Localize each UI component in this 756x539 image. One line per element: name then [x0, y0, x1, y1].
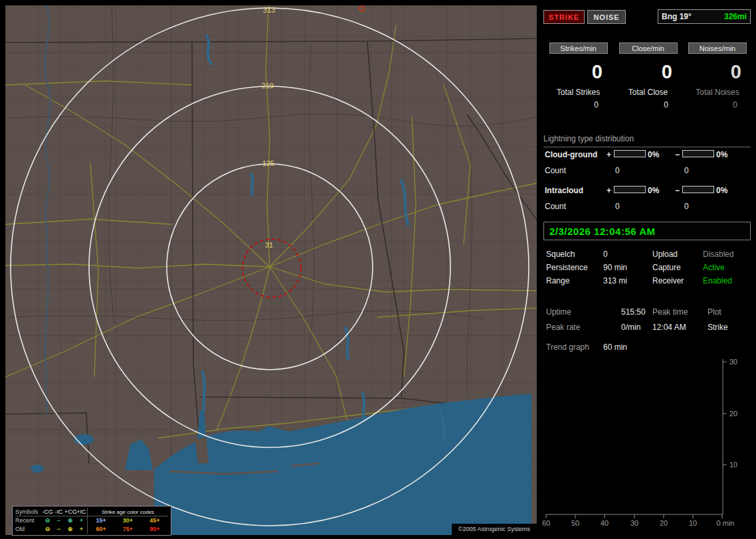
distribution-title: Lightning type distribution — [543, 134, 751, 147]
intracloud-label: Intracloud — [545, 186, 583, 195]
legend-col-neg-cg: -CG — [42, 508, 53, 516]
trend-graph-row: Trend graph 60 min — [543, 343, 751, 352]
ring-label-313: 313 — [263, 6, 275, 14]
plot-label: Plot — [708, 307, 721, 317]
squelch-value: 0 — [603, 250, 608, 259]
cg-plus-bar — [614, 150, 646, 157]
persistence-label: Persistence — [546, 263, 588, 272]
close-rate-value: 0 — [613, 57, 683, 88]
strikes-per-min-button[interactable]: Strikes/min — [549, 42, 608, 54]
trend-chart: 30 20 10 60 50 40 30 20 10 0 min — [543, 355, 751, 534]
status-row-persistence: Persistence 90 min Capture Active — [543, 263, 751, 273]
legend-symbols-header: Symbols — [15, 508, 42, 516]
y-tick-30: 30 — [729, 358, 737, 366]
uptime-label: Uptime — [546, 307, 571, 317]
squelch-label: Squelch — [546, 250, 575, 259]
strike-toggle-button[interactable]: STRIKE — [543, 10, 585, 24]
cg-minus-count: 0 — [684, 166, 689, 175]
neg-ic-old-icon: − — [53, 525, 64, 534]
age-75: 75+ — [114, 525, 141, 534]
x-tick-0-min: 0 min — [717, 519, 735, 527]
noise-toggle-button[interactable]: NOISE — [587, 10, 626, 24]
count-label: Count — [545, 166, 566, 175]
pos-ic-old-icon: + — [76, 525, 87, 534]
age-60: 60+ — [88, 525, 114, 534]
trend-chart-svg: 30 20 10 60 50 40 30 20 10 0 min — [543, 355, 751, 534]
pos-ic-recent-icon: + — [76, 516, 87, 525]
bearing-readout: Bng 19° 326mi — [658, 9, 751, 24]
total-close-label: Total Close — [613, 88, 683, 100]
y-tick-20: 20 — [729, 410, 737, 418]
cg-minus-pct: 0% — [716, 150, 727, 159]
ic-plus-count: 0 — [615, 202, 620, 211]
ring-label-31: 31 — [265, 241, 273, 249]
legend-col-pos-ic: +IC — [76, 508, 87, 516]
legend-col-neg-ic: -IC — [53, 508, 64, 516]
ic-minus-count: 0 — [684, 202, 689, 211]
strikes-rate-value: 0 — [543, 57, 613, 88]
receiver-label: Receiver — [652, 276, 684, 285]
clock-box: 2/3/2026 12:04:56 AM — [543, 222, 751, 240]
pos-cg-recent-icon: ⊕ — [64, 516, 76, 525]
legend-col-pos-cg: +CG — [64, 508, 76, 516]
map-legend: Symbols -CG -IC +CG +IC Strike age color… — [12, 506, 171, 536]
close-per-min-button[interactable]: Close/min — [619, 42, 678, 54]
ic-minus-pct: 0% — [716, 186, 727, 195]
intracloud-row: Intracloud + 0% − 0% — [543, 186, 751, 196]
session-row-1: Uptime 515:50 Peak time Plot — [543, 307, 751, 317]
minus-sign: − — [675, 186, 680, 195]
cloud-ground-label: Cloud-ground — [545, 150, 597, 159]
x-tick-20: 20 — [660, 519, 668, 527]
x-tick-40: 40 — [601, 519, 609, 527]
neg-cg-recent-icon: ⊖ — [42, 516, 53, 525]
chart-ticks — [546, 362, 727, 518]
receiver-value: Enabled — [703, 276, 732, 285]
plus-sign: + — [607, 150, 611, 159]
chart-axes — [546, 359, 723, 514]
cg-plus-count: 0 — [615, 166, 620, 175]
neg-cg-old-icon: ⊖ — [42, 525, 53, 534]
map-view[interactable]: 313 219 125 31 Symbols -CG -IC +CG +IC S… — [5, 5, 537, 535]
total-close-value: 0 — [613, 100, 683, 111]
cloud-ground-count-row: Count 0 0 — [543, 166, 751, 177]
ic-plus-pct: 0% — [648, 186, 659, 195]
plus-sign: + — [607, 186, 611, 195]
noises-per-min-button[interactable]: Noises/min — [688, 42, 747, 54]
ring-label-125: 125 — [262, 159, 274, 167]
peak-time-label: Peak time — [652, 307, 688, 317]
copyright-text: ©2005 Astrogenic Systems — [452, 524, 537, 535]
total-noises-label: Total Noises — [683, 88, 752, 100]
range-value: 313 mi — [603, 276, 627, 285]
legend-old-label: Old — [15, 525, 42, 534]
status-row-squelch: Squelch 0 Upload Disabled — [543, 250, 751, 260]
rate-stats: Strikes/min Close/min Noises/min 0 0 0 T… — [543, 42, 752, 111]
bearing-value: Bng 19° — [662, 12, 692, 21]
trend-graph-value: 60 min — [603, 343, 627, 352]
legend-recent-row: Recent ⊖ − ⊕ + 15+ 30+ 45+ — [15, 516, 168, 525]
cg-plus-pct: 0% — [648, 150, 659, 159]
plot-value: Strike — [708, 323, 728, 332]
intracloud-count-row: Count 0 0 — [543, 202, 751, 212]
y-tick-10: 10 — [729, 461, 737, 469]
cg-minus-bar — [682, 150, 714, 157]
legend-recent-label: Recent — [15, 516, 42, 525]
legend-old-row: Old ⊖ − ⊕ + 60+ 75+ 90+ — [15, 525, 168, 534]
ring-label-219: 219 — [262, 82, 274, 90]
minus-sign: − — [675, 150, 680, 159]
upload-value: Disabled — [703, 250, 734, 259]
neg-ic-recent-icon: − — [53, 516, 64, 525]
app-window: 313 219 125 31 Symbols -CG -IC +CG +IC S… — [0, 0, 756, 539]
total-strikes-label: Total Strikes — [543, 88, 613, 100]
upload-label: Upload — [652, 250, 678, 259]
age-45: 45+ — [142, 516, 168, 525]
pos-cg-old-icon: ⊕ — [64, 525, 76, 534]
datetime-value: 2/3/2026 12:04:56 AM — [549, 226, 656, 237]
x-tick-50: 50 — [571, 519, 579, 527]
capture-label: Capture — [652, 263, 681, 272]
ic-minus-bar — [682, 186, 714, 193]
x-tick-30: 30 — [630, 519, 638, 527]
status-row-range: Range 313 mi Receiver Enabled — [543, 276, 751, 286]
bearing-range-value: 326mi — [724, 12, 747, 21]
age-90: 90+ — [142, 525, 168, 534]
legend-age-header: Strike age color codes — [87, 508, 168, 516]
